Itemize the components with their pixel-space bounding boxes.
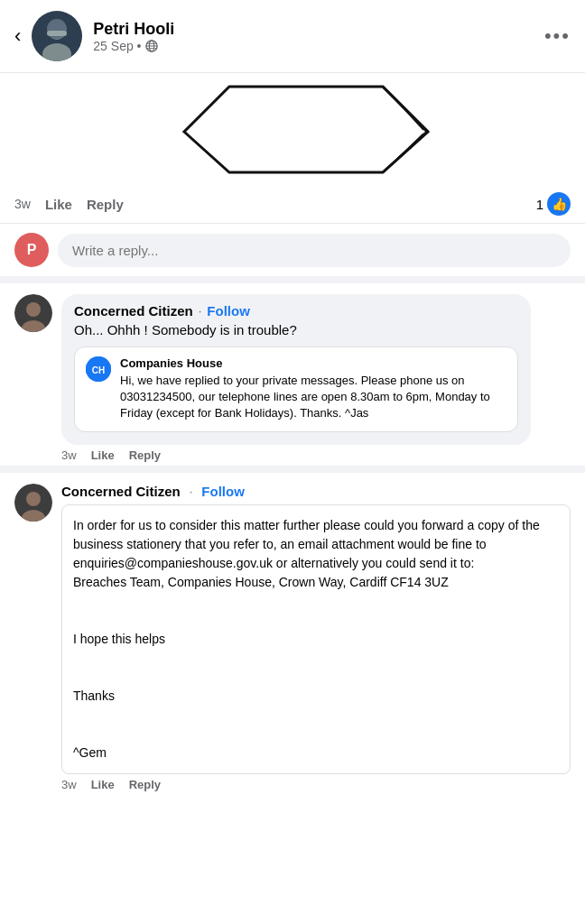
post-image [112, 73, 473, 181]
svg-line-16 [399, 132, 426, 157]
svg-line-12 [383, 132, 428, 172]
comment-actions-row-2: 3w Like Reply [61, 774, 571, 795]
first-comment-actions-bar: 3w Like Reply 1 👍 [0, 189, 585, 224]
ca-like-1[interactable]: Like [91, 448, 115, 462]
svg-line-14 [399, 103, 426, 132]
svg-text:CH: CH [92, 365, 105, 375]
reply-button-1[interactable]: Reply [87, 197, 124, 212]
comment-bubble-1: Concerned Citizen · Follow Oh... Ohhh ! … [61, 294, 531, 445]
reply-input-field[interactable] [58, 234, 571, 267]
message-box-2: In order for us to consider this matter … [61, 504, 571, 774]
globe-icon [145, 40, 158, 52]
comment-time-1: 3w [14, 197, 31, 211]
companies-house-icon: CH [86, 356, 111, 382]
divider-2 [0, 466, 585, 473]
svg-point-18 [26, 302, 41, 317]
comment-block-1: Concerned Citizen · Follow Oh... Ohhh ! … [0, 283, 585, 466]
comment-avatar-1 [14, 294, 52, 332]
like-thumb-icon: 👍 [547, 192, 571, 216]
more-options-button[interactable]: ••• [544, 24, 571, 48]
comment-text-1: Oh... Ohhh ! Somebody is in trouble? [74, 320, 518, 339]
like-button-1[interactable]: Like [45, 197, 72, 212]
ca-time-2: 3w [61, 778, 77, 791]
ca-like-2[interactable]: Like [91, 778, 115, 791]
comment-actions-row-1: 3w Like Reply [61, 445, 571, 466]
post-image-area [0, 73, 585, 189]
back-button[interactable]: ‹ [14, 24, 21, 48]
header-info: Petri Hooli 25 Sep • [93, 20, 544, 53]
comment-author-row-1: Concerned Citizen · Follow [74, 303, 518, 319]
comment-avatar-2 [14, 484, 52, 522]
header: ‹ Petri Hooli 25 Sep • ••• [0, 0, 585, 73]
nested-quote-author-1: Companies House [120, 356, 506, 370]
nested-quote-content-1: Companies House Hi, we have replied to y… [120, 356, 506, 422]
comment-author-1: Concerned Citizen [74, 303, 193, 319]
comment-author-row-2: Concerned Citizen · Follow [61, 484, 571, 499]
like-count-area: 1 👍 [536, 192, 571, 216]
ca-reply-1[interactable]: Reply [129, 448, 161, 462]
svg-point-23 [26, 492, 41, 506]
header-name: Petri Hooli [93, 20, 544, 39]
header-avatar [32, 11, 82, 61]
ca-time-1: 3w [61, 448, 77, 462]
like-count-number: 1 [536, 197, 543, 212]
reply-input-row: P [0, 224, 585, 276]
reply-avatar: P [14, 233, 49, 267]
follow-button-1[interactable]: Follow [207, 303, 250, 319]
comment-block-2: Concerned Citizen · Follow In order for … [0, 473, 585, 795]
comment-dot-2: · [190, 485, 193, 498]
header-meta: 25 Sep • [93, 39, 544, 53]
ca-reply-2[interactable]: Reply [129, 778, 161, 791]
nested-quote-1: CH Companies House Hi, we have replied t… [74, 346, 518, 432]
nested-quote-text-1: Hi, we have replied to your private mess… [120, 373, 506, 422]
svg-marker-10 [184, 87, 428, 172]
follow-button-2[interactable]: Follow [201, 484, 245, 499]
divider-1 [0, 276, 585, 283]
comment-author-2: Concerned Citizen [61, 484, 181, 499]
svg-rect-4 [47, 31, 67, 36]
comment-dot-1: · [199, 304, 202, 318]
